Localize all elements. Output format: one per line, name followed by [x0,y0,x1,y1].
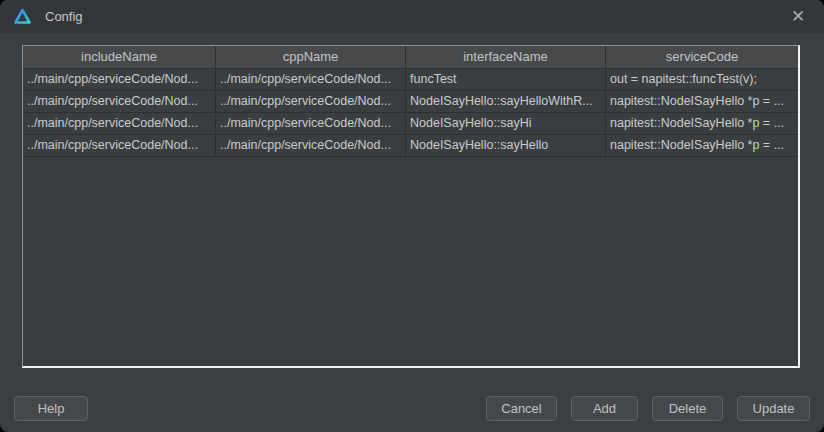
table-header-row: includeName cppName interfaceName servic… [23,46,798,69]
table-cell[interactable]: ../main/cpp/serviceCode/Nod... [215,69,405,90]
table-empty-area [23,157,798,366]
column-header-cppname[interactable]: cppName [215,46,405,68]
column-header-interfacename[interactable]: interfaceName [405,46,605,68]
add-button[interactable]: Add [571,396,638,421]
column-header-includename[interactable]: includeName [23,46,215,68]
table-row[interactable]: ../main/cpp/serviceCode/Nod...../main/cp… [23,135,798,157]
table-cell[interactable]: napitest::NodeISayHello *p = ... [605,113,798,134]
table-cell[interactable]: out = napitest::funcTest(v); [605,69,798,90]
table-cell[interactable]: ../main/cpp/serviceCode/Nod... [215,113,405,134]
titlebar: Config ✕ [0,0,824,33]
table-cell[interactable]: napitest::NodeISayHello *p = ... [605,135,798,156]
config-dialog: Config ✕ includeName cppName interfaceNa… [0,0,824,432]
table-cell[interactable]: ../main/cpp/serviceCode/Nod... [23,69,215,90]
update-button[interactable]: Update [737,396,810,421]
table-cell[interactable]: ../main/cpp/serviceCode/Nod... [215,135,405,156]
table-row[interactable]: ../main/cpp/serviceCode/Nod...../main/cp… [23,69,798,91]
table-cell[interactable]: NodeISayHello::sayHi [405,113,605,134]
table-row[interactable]: ../main/cpp/serviceCode/Nod...../main/cp… [23,113,798,135]
action-button-group: Cancel Add Delete Update [486,396,810,421]
close-icon[interactable]: ✕ [780,0,816,33]
delete-button[interactable]: Delete [652,396,723,421]
table-cell[interactable]: funcTest [405,69,605,90]
cancel-button[interactable]: Cancel [486,396,557,421]
window-title: Config [45,9,83,24]
config-table-body: ../main/cpp/serviceCode/Nod...../main/cp… [23,69,798,157]
table-cell[interactable]: NodeISayHello::sayHelloWithR... [405,91,605,112]
app-logo-icon [13,8,32,25]
table-cell[interactable]: napitest::NodeISayHello *p = ... [605,91,798,112]
table-cell[interactable]: ../main/cpp/serviceCode/Nod... [23,135,215,156]
column-header-servicecode[interactable]: serviceCode [605,46,798,68]
table-cell[interactable]: ../main/cpp/serviceCode/Nod... [23,113,215,134]
help-button[interactable]: Help [14,396,88,421]
table-cell[interactable]: ../main/cpp/serviceCode/Nod... [23,91,215,112]
table-row[interactable]: ../main/cpp/serviceCode/Nod...../main/cp… [23,91,798,113]
table-cell[interactable]: NodeISayHello::sayHello [405,135,605,156]
config-table: includeName cppName interfaceName servic… [22,45,800,368]
table-cell[interactable]: ../main/cpp/serviceCode/Nod... [215,91,405,112]
